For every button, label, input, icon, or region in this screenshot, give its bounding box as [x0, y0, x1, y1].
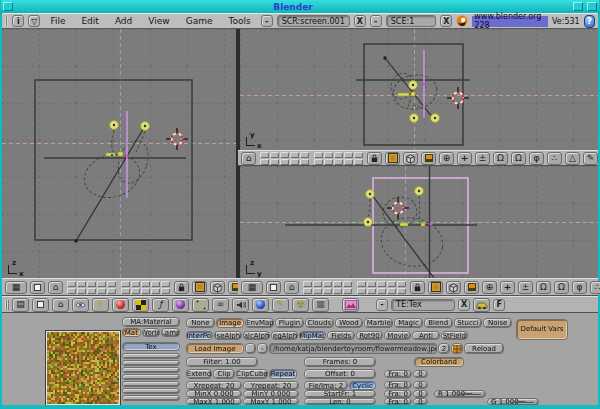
face-select-button[interactable]: △	[565, 152, 580, 165]
type-stucci[interactable]: Stucci	[454, 318, 483, 328]
window-menu-button[interactable]	[3, 2, 13, 11]
miny-field[interactable]: MinY 0.000	[243, 390, 299, 398]
tab-world[interactable]: World	[142, 328, 161, 337]
texture-browse-button[interactable]: -	[376, 299, 388, 311]
frames-field[interactable]: Frames: 0	[304, 357, 376, 367]
layer-toggle[interactable]	[107, 281, 116, 287]
tab-lamp[interactable]: Lamp	[161, 328, 180, 337]
layer-toggle[interactable]	[121, 288, 130, 294]
layer-toggle[interactable]	[303, 281, 312, 287]
layer-toggle[interactable]	[354, 152, 363, 158]
proportional-sharp-button[interactable]: Ω	[554, 281, 569, 294]
menu-edit[interactable]: Edit	[75, 16, 104, 26]
layer-toggle[interactable]	[333, 288, 342, 294]
menu-view[interactable]: View	[142, 16, 175, 26]
layer-toggle[interactable]	[77, 288, 86, 294]
pivot-button[interactable]	[464, 281, 479, 294]
layer-toggle[interactable]	[323, 281, 332, 287]
menu-game[interactable]: Game	[180, 16, 219, 26]
maxy-field[interactable]: MaxY 1.000	[243, 398, 299, 405]
layer-toggle[interactable]	[77, 281, 86, 287]
translate-view-button[interactable]: +	[457, 152, 472, 165]
fra-value-field[interactable]: 0	[413, 390, 428, 398]
proportional-button[interactable]: Ω	[493, 152, 508, 165]
flag-calcalpha[interactable]: CalcAlpha	[243, 331, 270, 340]
flag-movie[interactable]: Movie	[384, 331, 411, 340]
home-button[interactable]: ⌂	[48, 281, 63, 294]
proportional-sharp-button[interactable]: Ω	[511, 152, 526, 165]
edit-buttons-tab[interactable]	[192, 298, 209, 312]
texture-channel-empty[interactable]	[122, 381, 180, 387]
home-button[interactable]: ⌂	[284, 281, 299, 294]
clipcube-button[interactable]: ClipCube	[236, 369, 268, 379]
repeat-button[interactable]: Repeat	[269, 369, 297, 379]
home-button[interactable]: ⌂	[52, 298, 69, 312]
home-button[interactable]: ⌂	[241, 152, 256, 165]
window-type-dropdown[interactable]: ▽	[28, 15, 40, 27]
layer-toggle[interactable]	[324, 159, 333, 165]
layer-toggle[interactable]	[377, 281, 386, 287]
zoom-view-button[interactable]: ±	[518, 281, 533, 294]
radiosity-buttons-tab[interactable]: ☢	[292, 298, 309, 312]
material-link-button[interactable]: MA:Material	[122, 317, 180, 327]
window-close-button[interactable]	[587, 2, 597, 11]
offset-field[interactable]: Offset: 0	[304, 369, 376, 379]
slider-r[interactable]: R 1.000	[434, 390, 486, 398]
type-envmap[interactable]: EnvMap	[245, 318, 274, 328]
fra-value-field[interactable]: 0	[413, 381, 428, 389]
type-none[interactable]: None	[186, 318, 215, 328]
image-filepath-field[interactable]: /home/katja/blendertoyroom/flowermeadow.…	[269, 343, 437, 354]
sound-buttons-tab[interactable]	[232, 298, 249, 312]
layer-toggle[interactable]	[270, 152, 279, 158]
realtime-buttons-tab[interactable]	[252, 298, 269, 312]
layer-toggle[interactable]	[314, 152, 323, 158]
layer-toggle[interactable]	[357, 288, 366, 294]
material-buttons-tab[interactable]	[112, 298, 129, 312]
layer-toggle[interactable]	[280, 159, 289, 165]
layer-toggle[interactable]	[323, 288, 332, 294]
layer-toggle[interactable]	[377, 288, 386, 294]
snap-button[interactable]: φ	[572, 281, 587, 294]
viewport-side[interactable]: zy	[240, 166, 598, 278]
layer-toggle[interactable]	[333, 281, 342, 287]
window-type-button[interactable]: ▤	[12, 298, 29, 312]
lamp-buttons-tab[interactable]: ☀	[92, 298, 109, 312]
layer-toggle[interactable]	[343, 281, 352, 287]
type-blend[interactable]: Blend	[424, 318, 453, 328]
texture-channel-empty[interactable]	[122, 360, 180, 366]
layer-toggle[interactable]	[270, 159, 279, 165]
particle-button[interactable]: ∴	[590, 281, 600, 294]
type-magic[interactable]: Magic	[394, 318, 423, 328]
layer-toggle[interactable]	[324, 152, 333, 158]
texture-channel-empty[interactable]	[122, 367, 180, 373]
layer-toggle[interactable]	[97, 288, 106, 294]
snap-button[interactable]: φ	[529, 152, 544, 165]
menu-add[interactable]: Add	[109, 16, 138, 26]
fullscreen-button[interactable]	[32, 298, 49, 312]
constraint-buttons-tab[interactable]: ∞	[212, 298, 229, 312]
len-field[interactable]: Len: 0	[304, 398, 376, 405]
yrepeat-field[interactable]: Yrepeat: 20	[243, 381, 299, 390]
layer-toggle[interactable]	[344, 152, 353, 158]
menu-file[interactable]: File	[44, 16, 71, 26]
layer-toggle[interactable]	[397, 288, 406, 294]
cyclic-toggle[interactable]: Cyclic	[349, 381, 376, 390]
flag-interpol[interactable]: InterPol	[186, 331, 213, 340]
particle-button[interactable]: ∴	[547, 152, 562, 165]
texture-channel-active[interactable]: Tex	[122, 342, 180, 351]
default-vars-button[interactable]: Default Vars	[516, 319, 568, 340]
viewtype-button[interactable]: ▦	[241, 281, 263, 294]
rotate-view-button[interactable]: ⊕	[482, 281, 497, 294]
proportional-button[interactable]: Ω	[536, 281, 551, 294]
texture-channel-empty[interactable]	[122, 395, 180, 401]
layer-toggle[interactable]	[314, 159, 323, 165]
info-button[interactable]: i	[12, 15, 24, 27]
layer-toggle[interactable]	[97, 281, 106, 287]
scene-name-field[interactable]: SCE:1	[386, 15, 437, 27]
layer-toggle[interactable]	[300, 152, 309, 158]
paint-button[interactable]: ✎	[583, 152, 598, 165]
fullscreen-button[interactable]	[30, 281, 45, 294]
layer-toggle[interactable]	[131, 288, 140, 294]
image-users-button[interactable]: 2	[438, 343, 450, 354]
screen-name-field[interactable]: SCR:screen.001	[277, 15, 350, 27]
